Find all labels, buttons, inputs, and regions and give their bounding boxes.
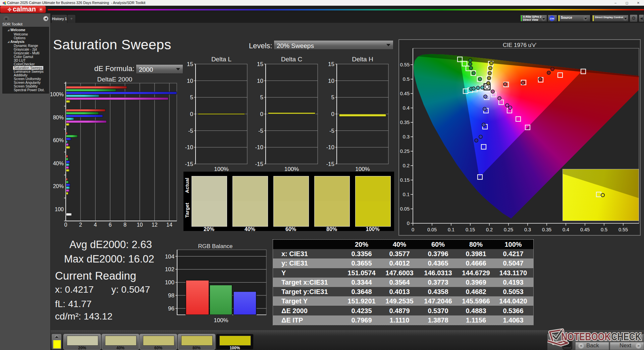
svg-text:14: 14 [166, 222, 172, 228]
svg-text:0.15: 0.15 [400, 177, 410, 183]
svg-text:0.1: 0.1 [403, 192, 410, 197]
svg-text:15: 15 [328, 61, 334, 67]
svg-text:-10: -10 [326, 144, 334, 151]
svg-text:-15: -15 [255, 161, 263, 167]
svg-text:40%: 40% [53, 161, 64, 166]
svg-text:Delta L: Delta L [211, 56, 231, 63]
svg-text:10: 10 [257, 78, 263, 84]
svg-text:104: 104 [165, 253, 174, 260]
svg-text:0.05: 0.05 [427, 227, 437, 232]
svg-text:5: 5 [260, 94, 263, 101]
svg-text:DeltaE 2000: DeltaE 2000 [97, 76, 132, 83]
svg-text:10: 10 [187, 78, 193, 84]
svg-text:0: 0 [190, 111, 193, 117]
svg-text:-10: -10 [185, 144, 193, 151]
svg-text:15: 15 [187, 61, 193, 67]
svg-text:2: 2 [79, 222, 82, 228]
svg-text:CHECK: CHECK [611, 331, 641, 343]
svg-text:NOTEBOOK: NOTEBOOK [561, 331, 611, 343]
svg-text:5: 5 [190, 94, 193, 101]
svg-text:0: 0 [331, 111, 334, 117]
svg-text:0.25: 0.25 [504, 227, 513, 232]
svg-text:0: 0 [412, 227, 414, 232]
svg-text:0.4: 0.4 [562, 227, 569, 232]
svg-text:6: 6 [109, 222, 112, 228]
svg-text:4: 4 [94, 222, 97, 228]
svg-text:0.35: 0.35 [400, 120, 410, 125]
svg-text:15: 15 [257, 61, 263, 67]
svg-text:0.5: 0.5 [403, 76, 410, 82]
svg-text:100: 100 [55, 207, 64, 212]
svg-text:98: 98 [168, 292, 174, 299]
svg-text:0.45: 0.45 [580, 227, 590, 232]
svg-text:0.55: 0.55 [619, 227, 628, 232]
svg-text:0.1: 0.1 [448, 227, 454, 232]
svg-text:0.3: 0.3 [403, 134, 410, 139]
svg-text:-5: -5 [188, 128, 193, 134]
svg-text:80%: 80% [53, 115, 64, 120]
svg-text:0.3: 0.3 [524, 227, 531, 232]
svg-text:10: 10 [328, 78, 334, 84]
svg-text:Delta C: Delta C [281, 56, 302, 63]
svg-text:0.05: 0.05 [400, 206, 410, 212]
svg-text:Delta H: Delta H [352, 56, 373, 63]
svg-text:0.35: 0.35 [542, 227, 551, 232]
svg-text:0: 0 [260, 111, 263, 117]
svg-text:0.15: 0.15 [466, 227, 475, 232]
svg-text:20%: 20% [53, 183, 64, 189]
svg-text:0.45: 0.45 [400, 91, 410, 96]
svg-text:0: 0 [407, 221, 410, 226]
svg-text:100%: 100% [214, 317, 228, 324]
svg-text:-15: -15 [185, 161, 193, 167]
svg-text:0.25: 0.25 [400, 149, 410, 154]
svg-text:96: 96 [168, 305, 174, 312]
svg-text:-5: -5 [258, 128, 263, 134]
svg-text:0.5: 0.5 [601, 227, 607, 232]
svg-text:12: 12 [152, 222, 158, 228]
svg-text:0: 0 [64, 222, 67, 228]
svg-text:100%: 100% [50, 92, 64, 97]
svg-text:0.55: 0.55 [400, 62, 410, 67]
svg-text:RGB Balance: RGB Balance [198, 243, 233, 249]
svg-text:100: 100 [165, 279, 174, 286]
svg-text:-10: -10 [255, 144, 263, 151]
svg-text:102: 102 [165, 266, 174, 273]
svg-text:-15: -15 [326, 161, 334, 167]
svg-text:0.2: 0.2 [403, 163, 410, 168]
svg-text:60%: 60% [53, 137, 64, 143]
svg-text:0.2: 0.2 [486, 227, 493, 232]
svg-text:-5: -5 [329, 128, 334, 134]
svg-text:5: 5 [331, 94, 334, 101]
svg-text:8: 8 [123, 222, 126, 228]
svg-text:10: 10 [137, 222, 143, 228]
svg-text:0.4: 0.4 [403, 105, 410, 111]
